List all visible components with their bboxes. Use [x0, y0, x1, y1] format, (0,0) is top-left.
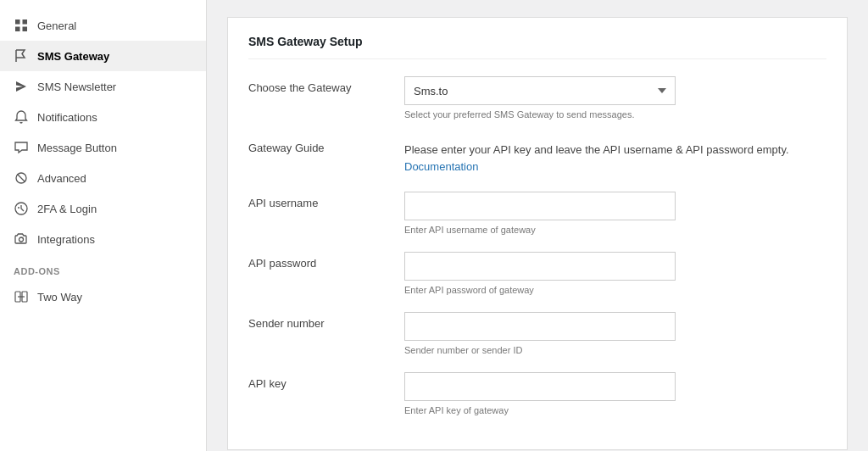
field-sender-number: Sender number or sender ID — [404, 312, 826, 355]
two-way-icon — [14, 289, 29, 304]
sidebar-item-label-sms-gateway: SMS Gateway — [37, 50, 109, 63]
label-api-username: API username — [248, 192, 384, 209]
sidebar-item-label-2fa: 2FA & Login — [37, 203, 97, 215]
grid-icon — [14, 18, 29, 33]
circle-slash-icon — [14, 170, 29, 186]
api-key-help: Enter API key of gateway — [404, 405, 826, 415]
sender-number-help: Sender number or sender ID — [404, 345, 826, 355]
field-gateway-guide: Please enter your API key and leave the … — [404, 136, 826, 175]
label-api-password: API password — [248, 252, 384, 270]
camera-icon — [14, 231, 29, 247]
form-row-api-username: API username Enter API username of gatew… — [248, 192, 826, 235]
label-sender-number: Sender number — [248, 312, 384, 330]
section-title: SMS Gateway Setup — [248, 35, 826, 59]
form-row-api-key: API key Enter API key of gateway — [248, 372, 826, 415]
bell-icon — [14, 109, 29, 125]
form-row-gateway-guide: Gateway Guide Please enter your API key … — [248, 136, 826, 175]
api-password-input[interactable] — [404, 252, 676, 281]
sidebar-item-general[interactable]: General — [0, 10, 206, 41]
sidebar-item-message-button[interactable]: Message Button — [0, 132, 206, 163]
sidebar-item-label-two-way: Two Way — [37, 291, 82, 303]
guide-text: Please enter your API key and leave the … — [404, 136, 826, 175]
field-api-key: Enter API key of gateway — [404, 372, 826, 415]
form-row-api-password: API password Enter API password of gatew… — [248, 252, 826, 295]
sidebar-item-sms-newsletter[interactable]: SMS Newsletter — [0, 71, 206, 102]
sidebar-item-label-advanced: Advanced — [37, 172, 86, 185]
sidebar-item-sms-gateway[interactable]: SMS Gateway — [0, 41, 206, 71]
api-key-input[interactable] — [404, 372, 676, 401]
sidebar: General SMS Gateway SMS Newsletter Notif… — [0, 0, 207, 451]
svg-point-7 — [18, 207, 19, 209]
sidebar-item-notifications[interactable]: Notifications — [0, 102, 206, 132]
svg-point-8 — [19, 237, 24, 242]
sidebar-item-label-message-button: Message Button — [37, 142, 117, 154]
sidebar-item-2fa-login[interactable]: 2FA & Login — [0, 193, 206, 224]
api-password-help: Enter API password of gateway — [404, 285, 826, 295]
sidebar-item-integrations[interactable]: Integrations — [0, 224, 206, 254]
api-username-input[interactable] — [404, 192, 676, 220]
gateway-help-text: Select your preferred SMS Gateway to sen… — [404, 109, 826, 120]
api-username-help: Enter API username of gateway — [404, 225, 826, 235]
field-choose-gateway: Sms.to Select your preferred SMS Gateway… — [404, 76, 826, 120]
svg-line-5 — [18, 175, 25, 182]
flag-icon — [14, 48, 29, 64]
sms-gateway-setup-section: SMS Gateway Setup Choose the Gateway Sms… — [227, 17, 848, 450]
svg-rect-3 — [23, 27, 28, 32]
gateway-select[interactable]: Sms.to — [404, 76, 676, 105]
addons-section-label: ADD-ONS — [0, 254, 206, 281]
form-row-choose-gateway: Choose the Gateway Sms.to Select your pr… — [248, 76, 826, 120]
sidebar-item-label-notifications: Notifications — [37, 111, 97, 124]
sidebar-item-label-integrations: Integrations — [37, 233, 95, 246]
form-row-sender-number: Sender number Sender number or sender ID — [248, 312, 826, 355]
svg-rect-0 — [15, 19, 20, 25]
label-api-key: API key — [248, 372, 384, 390]
wordpress-icon — [14, 201, 29, 216]
send-icon — [14, 79, 29, 94]
sidebar-item-advanced[interactable]: Advanced — [0, 163, 206, 193]
svg-rect-1 — [23, 19, 28, 25]
message-icon — [14, 140, 29, 155]
field-api-username: Enter API username of gateway — [404, 192, 826, 235]
documentation-link[interactable]: Documentation — [404, 160, 478, 173]
sidebar-item-two-way[interactable]: Two Way — [0, 281, 206, 312]
sender-number-input[interactable] — [404, 312, 676, 341]
guide-text-content: Please enter your API key and leave the … — [404, 143, 789, 156]
label-choose-gateway: Choose the Gateway — [248, 76, 384, 94]
field-api-password: Enter API password of gateway — [404, 252, 826, 295]
svg-rect-2 — [15, 27, 20, 32]
sidebar-item-label-sms-newsletter: SMS Newsletter — [37, 81, 116, 93]
label-gateway-guide: Gateway Guide — [248, 136, 384, 154]
main-content: SMS Gateway Setup Choose the Gateway Sms… — [207, 0, 868, 451]
sidebar-item-label-general: General — [37, 19, 76, 32]
